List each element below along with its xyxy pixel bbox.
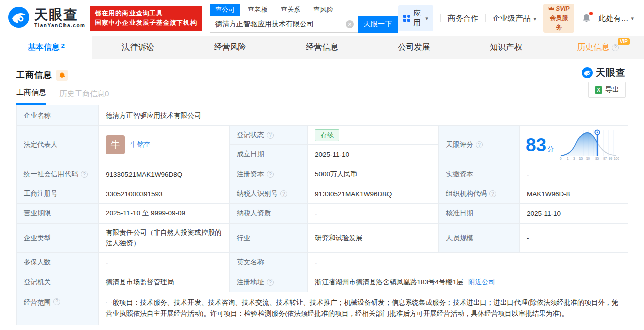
svg-text:97: 97	[603, 157, 607, 160]
chevron-down-icon: ▾	[631, 15, 634, 22]
watermark-logo: 天眼查	[581, 66, 626, 79]
svip-member-badge[interactable]: SVIP 会员服务	[543, 4, 574, 33]
tab-operation-info[interactable]: 经营信息	[276, 36, 368, 59]
nearby-companies-link[interactable]: 附近公司	[468, 278, 495, 287]
nav-enterprise-products[interactable]: 企业级产品 ▾	[492, 14, 536, 23]
brand-slogan-banner: 都在用的商业查询工具 国家中小企业发展子基金旗下机构	[90, 6, 202, 31]
business-scope-label: 经营范围?	[17, 292, 99, 325]
help-icon[interactable]: ?	[267, 132, 274, 139]
search-tab-company[interactable]: 查公司	[210, 4, 240, 16]
help-icon[interactable]: ?	[81, 171, 88, 178]
tab-company-development[interactable]: 公司发展	[368, 36, 460, 59]
company-name-label: 企业名称	[17, 105, 99, 126]
eye-logo-icon	[7, 6, 30, 31]
search-tab-boss[interactable]: 查老板	[242, 4, 273, 16]
staff-size-value: -	[520, 224, 628, 253]
logo-title: 天眼查	[34, 8, 85, 22]
search-type-tabs: 查公司 查老板 查关系 查风险	[210, 4, 398, 16]
search-tab-risk[interactable]: 查风险	[308, 4, 339, 16]
tab-operation-risk[interactable]: 经营风险	[184, 36, 276, 59]
svg-text:15: 15	[579, 157, 583, 160]
svg-text:85: 85	[595, 157, 599, 160]
tab-history-info[interactable]: VIP 历史信息 ?	[552, 36, 644, 59]
tab-basic-info[interactable]: 基本信息2	[0, 36, 92, 59]
section-title: 工商信息	[16, 69, 52, 81]
approval-date-value: 2025-11-10	[520, 204, 628, 224]
company-type-label: 企业类型	[17, 224, 99, 253]
divider	[440, 14, 441, 22]
help-icon[interactable]: ?	[612, 44, 619, 51]
reg-capital-label: 注册资本?	[230, 164, 308, 184]
search-box: 查公司 查老板 查关系 查风险 ✕ 天眼一下	[210, 4, 398, 33]
business-term-label: 营业期限	[17, 204, 99, 224]
search-input-wrap: ✕	[210, 16, 358, 33]
uscc-value: 91330521MAK1W96D8Q	[99, 164, 230, 184]
reg-authority-value: 德清县市场监督管理局	[99, 272, 230, 292]
help-icon[interactable]: ?	[267, 279, 274, 286]
notification-bell-icon[interactable]	[582, 13, 591, 23]
tianyancha-logo[interactable]: 天眼查 TianYanCha.com	[7, 6, 85, 31]
logo-subtitle: TianYanCha.com	[34, 23, 85, 28]
export-button[interactable]: X 导出	[588, 82, 626, 98]
taxpayer-qual-label: 纳税人资质	[230, 204, 308, 224]
org-code-value: MAK1W96D-8	[520, 184, 628, 204]
legal-rep-value: 牛 牛铭奎	[99, 126, 230, 164]
score-distribution-chart: 013 155085 9799100	[558, 128, 619, 162]
uscc-label: 统一社会信用代码?	[17, 164, 99, 184]
reg-status-label: 登记状态?	[230, 126, 308, 145]
legal-rep-label: 法定代表人	[17, 126, 99, 164]
crown-icon	[548, 6, 554, 11]
est-date-value: 2025-11-10	[308, 145, 439, 164]
reg-authority-label: 登记机关	[17, 272, 99, 292]
tab-intellectual-property[interactable]: 知识产权	[460, 36, 552, 59]
english-name-label: 英文名称	[230, 253, 308, 272]
search-input[interactable]	[215, 20, 346, 28]
username: 此处有…	[598, 14, 628, 23]
business-term-value: 2025-11-10 至 9999-09-09	[99, 204, 230, 224]
nav-business-cooperation[interactable]: 商务合作	[448, 14, 478, 23]
staff-size-label: 人员规模	[439, 224, 520, 253]
english-name-value: -	[308, 253, 628, 272]
help-icon[interactable]: ?	[476, 141, 483, 148]
excel-icon: X	[595, 86, 602, 94]
tab-count: 2	[61, 43, 65, 49]
search-button[interactable]: 天眼一下	[358, 16, 398, 33]
company-type-value: 有限责任公司（非自然人投资或控股的法人独资）	[99, 224, 230, 253]
chevron-down-icon: ▾	[534, 16, 537, 22]
est-date-label: 成立日期	[230, 145, 308, 164]
company-name-value: 德清方正智驱应用技术有限公司	[99, 105, 628, 126]
chevron-down-icon: ▾	[425, 15, 428, 22]
business-scope-value: 一般项目：技术服务、技术开发、技术咨询、技术交流、技术转让、技术推广；机械设备研…	[99, 292, 628, 325]
help-icon[interactable]: ?	[489, 190, 496, 197]
legal-rep-link[interactable]: 牛铭奎	[130, 140, 151, 149]
svg-text:99: 99	[609, 157, 613, 160]
top-header: 天眼查 TianYanCha.com 都在用的商业查询工具 国家中小企业发展子基…	[0, 0, 644, 36]
paid-capital-label: 实缴资本	[439, 164, 520, 184]
svg-text:0: 0	[560, 157, 562, 160]
clear-search-icon[interactable]: ✕	[346, 20, 354, 28]
svg-text:3: 3	[573, 157, 575, 160]
user-account-menu[interactable]: 此处有… ▾	[598, 14, 634, 23]
insured-label: 参保人数	[17, 253, 99, 272]
tab-legal-litigation[interactable]: 法律诉讼	[92, 36, 184, 59]
company-page-tabbar: 基本信息2 法律诉讼 经营风险 经营信息 公司发展 知识产权 VIP 历史信息 …	[0, 36, 644, 59]
svg-text:50: 50	[586, 157, 590, 160]
subtab-business-info[interactable]: 工商信息	[16, 88, 46, 105]
org-code-label: 组织机构代码?	[439, 184, 520, 204]
reg-address-label: 注册地址?	[230, 272, 308, 292]
subtab-history-business-info[interactable]: 历史工商信息0	[59, 89, 109, 105]
approval-date-label: 核准日期	[439, 204, 520, 224]
avatar[interactable]: 牛	[106, 135, 125, 154]
search-tab-relation[interactable]: 查关系	[275, 4, 306, 16]
help-icon[interactable]: ?	[280, 190, 287, 197]
industry-value: 研究和试验发展	[308, 224, 439, 253]
help-icon[interactable]: ?	[267, 171, 274, 178]
paid-capital-value: -	[520, 164, 628, 184]
apps-menu[interactable]: 应用 ▾	[398, 5, 433, 31]
monitor-bell-icon[interactable]	[56, 70, 68, 81]
status-badge: 存续	[315, 129, 339, 141]
svg-text:100: 100	[614, 157, 619, 160]
industry-label: 行业	[230, 224, 308, 253]
reg-number-label: 工商注册号	[17, 184, 99, 204]
help-icon[interactable]: ?	[53, 298, 60, 305]
